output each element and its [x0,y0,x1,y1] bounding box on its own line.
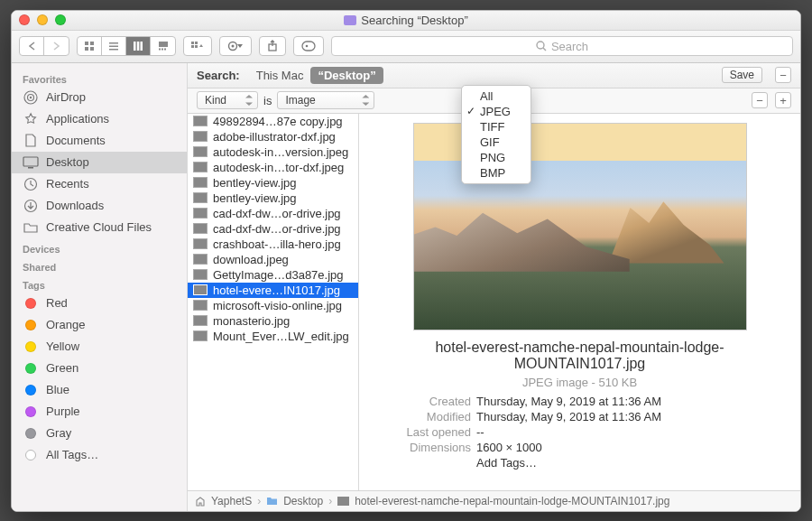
back-button[interactable] [20,37,44,55]
file-row[interactable]: monasterio.jpg [188,313,358,329]
add-tags-link[interactable]: Add Tags… [476,456,788,470]
downloads-icon [23,198,39,214]
view-icon-button[interactable] [78,37,102,55]
sidebar: Favorites AirDrop Applications Documents… [12,63,188,511]
recents-icon [23,176,39,192]
file-row[interactable]: bentley-view.jpg [188,175,358,191]
file-row[interactable]: hotel-evere…IN1017.jpg [188,283,358,298]
file-thumb-icon [193,131,208,142]
all-tags-icon [23,447,39,463]
file-thumb-icon [193,162,208,172]
file-row[interactable]: cad-dxf-dw…or-drive.jpg [188,221,358,237]
scope-this-mac[interactable]: This Mac [249,67,311,84]
share-button[interactable] [259,36,286,56]
tag-dot-icon [23,425,39,442]
dropdown-option[interactable]: All [462,88,531,104]
criteria-dropdown[interactable]: AllJPEGTIFFGIFPNGBMP [461,85,531,184]
image-icon [337,497,349,506]
dropdown-option[interactable]: BMP [462,165,531,181]
tags-button[interactable] [293,36,324,56]
documents-icon [23,133,39,149]
svg-rect-3 [90,47,94,51]
sidebar-tag-orange[interactable]: Orange [12,314,187,336]
svg-rect-12 [161,49,163,51]
sidebar-item-documents[interactable]: Documents [12,130,187,152]
file-thumb-icon [193,269,208,280]
file-row[interactable]: autodesk-in…version.jpeg [188,144,358,160]
file-row[interactable]: GettyImage…d3a87e.jpg [188,267,358,283]
file-thumb-icon [193,192,208,203]
criteria-remove-button[interactable]: − [752,92,768,108]
file-row[interactable]: adobe-illustrator-dxf.jpg [188,129,358,144]
zoom-window-button[interactable] [55,14,66,25]
sidebar-devices-header: Devices [12,238,187,256]
file-row[interactable]: Mount_Ever…LW_edit.jpg [188,329,358,344]
criteria-add-button[interactable]: + [775,92,791,108]
svg-rect-13 [164,49,166,51]
svg-point-26 [30,96,32,98]
file-row[interactable]: autodesk-in…tor-dxf.jpeg [188,160,358,175]
view-gallery-button[interactable] [151,37,175,55]
tag-dot-icon [23,317,39,333]
sidebar-item-desktop[interactable]: Desktop [12,152,187,173]
svg-rect-11 [159,49,161,51]
applications-icon [23,111,39,127]
file-row[interactable]: 49892894…87e copy.jpg [188,114,358,129]
scope-desktop[interactable]: “Desktop” [310,67,383,84]
file-column[interactable]: 49892894…87e copy.jpgadobe-illustrator-d… [188,114,359,490]
sidebar-item-recents[interactable]: Recents [12,173,187,195]
path-user[interactable]: YaphetS [211,495,252,507]
main-area: Search: This Mac “Desktop” Save − Kind i… [188,63,800,511]
close-window-button[interactable] [19,14,30,25]
dropdown-option[interactable]: GIF [462,135,531,150]
window-controls [19,14,66,25]
dropdown-option[interactable]: TIFF [462,119,531,135]
titlebar: Searching “Desktop” [12,11,800,31]
sidebar-tag-green[interactable]: Green [12,358,187,379]
sidebar-tag-yellow[interactable]: Yellow [12,336,187,358]
arrange-button[interactable] [183,36,212,56]
desktop-icon [23,154,39,171]
sidebar-item-creative-cloud[interactable]: Creative Cloud Files [12,217,187,238]
search-icon [536,41,547,51]
view-list-button[interactable] [102,37,126,55]
search-field[interactable]: Search [331,36,793,56]
criteria-val-select[interactable]: Image [277,91,374,109]
svg-point-22 [306,45,309,48]
view-columns-button[interactable] [126,37,151,55]
file-row[interactable]: microsoft-visio-online.jpg [188,298,358,313]
sidebar-tag-gray[interactable]: Gray [12,423,187,444]
file-row[interactable]: crashboat-…illa-hero.jpg [188,237,358,252]
sidebar-item-downloads[interactable]: Downloads [12,195,187,217]
remove-search-button[interactable]: − [775,67,791,83]
sidebar-item-airdrop[interactable]: AirDrop [12,87,187,108]
file-row[interactable]: download.jpeg [188,252,358,267]
svg-rect-17 [195,45,198,48]
save-search-button[interactable]: Save [722,67,762,83]
folder-icon [266,497,278,506]
sidebar-all-tags[interactable]: All Tags… [12,444,187,466]
path-folder[interactable]: Desktop [283,495,323,507]
sidebar-tags-header: Tags [12,274,187,293]
file-row[interactable]: bentley-view.jpg [188,191,358,206]
action-button[interactable] [219,36,252,56]
file-thumb-icon [193,208,208,219]
svg-rect-16 [191,45,194,48]
file-thumb-icon [193,177,208,188]
dropdown-option[interactable]: PNG [462,150,531,165]
sidebar-item-applications[interactable]: Applications [12,108,187,130]
sidebar-tag-blue[interactable]: Blue [12,379,187,401]
sidebar-tag-red[interactable]: Red [12,293,187,314]
svg-rect-10 [159,42,168,47]
sidebar-shared-header: Shared [12,256,187,274]
svg-rect-21 [302,42,315,51]
path-file[interactable]: hotel-everest-namche-nepal-mountain-lodg… [355,495,669,507]
dropdown-option[interactable]: JPEG [462,104,531,119]
minimize-window-button[interactable] [37,14,48,25]
forward-button[interactable] [44,37,69,55]
nav-buttons [19,36,69,56]
window-title: Searching “Desktop” [12,14,800,27]
criteria-attr-select[interactable]: Kind [197,91,258,109]
sidebar-tag-purple[interactable]: Purple [12,401,187,423]
file-row[interactable]: cad-dxf-dw…or-drive.jpg [188,206,358,221]
